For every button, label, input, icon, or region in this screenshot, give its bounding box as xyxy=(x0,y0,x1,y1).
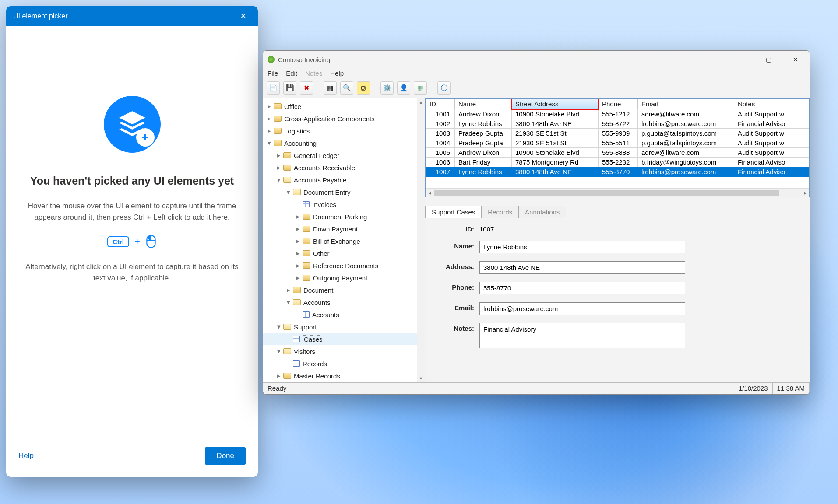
caret-down-icon[interactable]: ▾ xyxy=(275,176,282,184)
tree-scrollbar[interactable] xyxy=(417,98,425,382)
tree-item[interactable]: ·Invoices xyxy=(263,198,425,210)
caret-right-icon[interactable]: ▸ xyxy=(266,115,273,122)
tree-item[interactable]: ▸Outgoing Payment xyxy=(263,272,425,284)
tree-item[interactable]: ▸Master Records xyxy=(263,370,425,382)
tree-item[interactable]: ▾Support xyxy=(263,321,425,333)
table-row[interactable]: 1006Bart Friday7875 Montgomery Rd555-223… xyxy=(426,158,809,167)
table-cell[interactable]: 555-8722 xyxy=(599,119,638,129)
caret-right-icon[interactable]: ▸ xyxy=(275,164,282,172)
table-cell[interactable]: 555-9909 xyxy=(599,129,638,138)
caret-right-icon[interactable]: ▸ xyxy=(266,102,273,110)
table-cell[interactable]: 1002 xyxy=(426,119,455,129)
table-cell[interactable]: Audit Support w xyxy=(734,109,809,119)
tree-item[interactable]: ▸Other xyxy=(263,247,425,259)
caret-right-icon[interactable]: ▸ xyxy=(295,249,302,257)
menu-edit[interactable]: Edit xyxy=(286,70,297,77)
table-cell[interactable]: 21930 SE 51st St xyxy=(512,129,599,138)
table-row[interactable]: 1002Lynne Robbins3800 148th Ave NE555-87… xyxy=(426,119,809,129)
tree-item[interactable]: ·Accounts xyxy=(263,308,425,321)
table-cell[interactable]: Audit Support w xyxy=(734,129,809,138)
new-file-icon[interactable]: 📄 xyxy=(267,81,280,94)
tree-item[interactable]: ▾Accounts xyxy=(263,296,425,308)
tree-item[interactable]: ▸Cross-Application Components xyxy=(263,112,425,125)
table-cell[interactable]: 555-5511 xyxy=(599,138,638,148)
tree-pane[interactable]: ▸Office▸Cross-Application Components▸Log… xyxy=(263,98,425,382)
input-notes[interactable] xyxy=(479,323,685,348)
caret-right-icon[interactable]: ▸ xyxy=(295,225,302,233)
grid-icon[interactable]: ▦ xyxy=(324,81,337,94)
table-cell[interactable]: 1006 xyxy=(426,158,455,167)
table-cell[interactable]: 555-8888 xyxy=(599,148,638,158)
tree-item[interactable]: ▾Accounts Payable xyxy=(263,174,425,186)
table-cell[interactable]: 7875 Montgomery Rd xyxy=(512,158,599,167)
tree-item[interactable]: ▾Accounting xyxy=(263,137,425,149)
column-header[interactable]: Notes xyxy=(734,99,809,109)
help-link[interactable]: Help xyxy=(18,452,34,460)
input-phone[interactable] xyxy=(479,282,685,294)
table-cell[interactable]: 1005 xyxy=(426,148,455,158)
caret-right-icon[interactable]: ▸ xyxy=(266,127,273,135)
caret-right-icon[interactable]: ▸ xyxy=(275,151,282,159)
column-header[interactable]: Email xyxy=(638,99,734,109)
table-cell[interactable]: Pradeep Gupta xyxy=(455,129,512,138)
table-row[interactable]: 1001Andrew Dixon10900 Stonelake Blvd555-… xyxy=(426,109,809,119)
table-cell[interactable]: Pradeep Gupta xyxy=(455,138,512,148)
tree-item[interactable]: ▾Visitors xyxy=(263,345,425,357)
caret-down-icon[interactable]: ▾ xyxy=(266,139,273,147)
app-titlebar[interactable]: Contoso Invoicing — ▢ ✕ xyxy=(263,51,810,68)
column-header[interactable]: Phone xyxy=(599,99,638,109)
done-button[interactable]: Done xyxy=(205,447,246,465)
table-cell[interactable]: 10900 Stonelake Blvd xyxy=(512,109,599,119)
tree-item[interactable]: ·Cases xyxy=(263,333,425,345)
tree-item[interactable]: ▾Document Entry xyxy=(263,186,425,198)
table-row[interactable]: 1005Andrew Dixon10900 Stonelake Blvd555-… xyxy=(426,148,809,158)
table-cell[interactable]: Audit Support w xyxy=(734,148,809,158)
table-cell[interactable]: 555-2232 xyxy=(599,158,638,167)
table-row[interactable]: 1003Pradeep Gupta21930 SE 51st St555-990… xyxy=(426,129,809,138)
tab-records[interactable]: Records xyxy=(481,206,519,218)
table-cell[interactable]: 3800 148th Ave NE xyxy=(512,167,599,177)
excel-icon[interactable]: ▦ xyxy=(414,81,427,94)
tree-item[interactable]: ▸Reference Documents xyxy=(263,259,425,272)
table-cell[interactable]: p.gupta@tailspintoys.com xyxy=(638,138,734,148)
tree-item[interactable]: ·Records xyxy=(263,357,425,370)
table-cell[interactable]: 1001 xyxy=(426,109,455,119)
table-cell[interactable]: Financial Adviso xyxy=(734,167,809,177)
column-header[interactable]: ID xyxy=(426,99,455,109)
minimize-icon[interactable]: — xyxy=(735,56,747,63)
table-cell[interactable]: 10900 Stonelake Blvd xyxy=(512,148,599,158)
table-cell[interactable]: 555-8770 xyxy=(599,167,638,177)
tree-item[interactable]: ▸Office xyxy=(263,100,425,112)
picker-titlebar[interactable]: UI element picker ✕ xyxy=(6,6,258,26)
caret-down-icon[interactable]: ▾ xyxy=(285,298,292,306)
save-icon[interactable]: 💾 xyxy=(283,81,296,94)
grid-scrollbar[interactable] xyxy=(426,188,809,197)
tree-item[interactable]: ▸Document xyxy=(263,284,425,296)
menu-file[interactable]: File xyxy=(268,70,278,77)
data-grid[interactable]: IDNameStreet AddressPhoneEmailNotes1001A… xyxy=(425,98,810,197)
tree-item[interactable]: ▸Accounts Receivable xyxy=(263,161,425,174)
caret-down-icon[interactable]: ▾ xyxy=(275,347,282,355)
caret-right-icon[interactable]: ▸ xyxy=(295,274,302,282)
maximize-icon[interactable]: ▢ xyxy=(762,56,775,63)
delete-icon[interactable]: ✖ xyxy=(300,81,313,94)
caret-down-icon[interactable]: ▾ xyxy=(285,188,292,196)
table-cell[interactable]: Lynne Robbins xyxy=(455,167,512,177)
tree-item[interactable]: ▸Logistics xyxy=(263,125,425,137)
caret-right-icon[interactable]: ▸ xyxy=(275,372,282,380)
table-cell[interactable]: 1004 xyxy=(426,138,455,148)
caret-right-icon[interactable]: ▸ xyxy=(295,262,302,270)
column-header[interactable]: Street Address xyxy=(512,99,599,109)
table-cell[interactable]: Andrew Dixon xyxy=(455,109,512,119)
tab-annotations[interactable]: Annotations xyxy=(518,206,566,218)
table-cell[interactable]: lrobbins@proseware.com xyxy=(638,119,734,129)
info-icon[interactable]: ⓘ xyxy=(437,81,451,94)
column-header[interactable]: Name xyxy=(455,99,512,109)
table-cell[interactable]: Bart Friday xyxy=(455,158,512,167)
input-email[interactable] xyxy=(479,302,685,315)
tab-support-cases[interactable]: Support Cases xyxy=(425,206,482,218)
caret-right-icon[interactable]: ▸ xyxy=(285,286,292,294)
table-cell[interactable]: 555-1212 xyxy=(599,109,638,119)
menu-notes[interactable]: Notes xyxy=(305,70,322,77)
table-row[interactable]: 1004Pradeep Gupta21930 SE 51st St555-551… xyxy=(426,138,809,148)
